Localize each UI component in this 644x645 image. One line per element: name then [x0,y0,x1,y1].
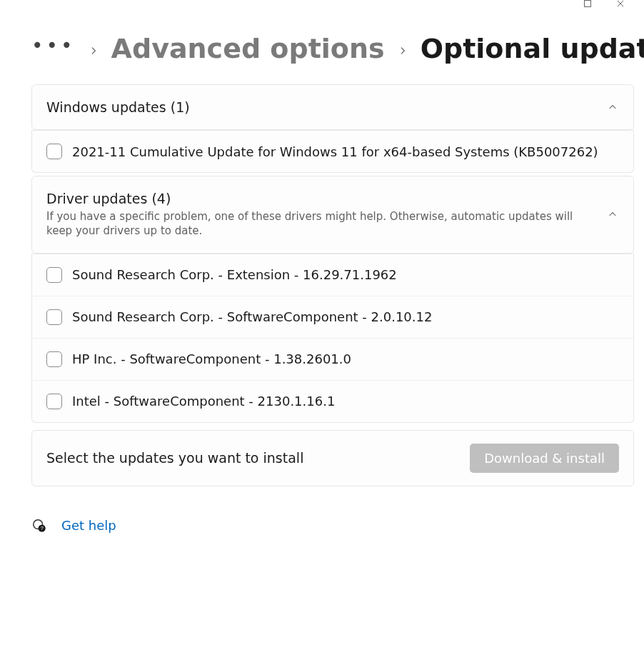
update-checkbox[interactable] [46,351,62,367]
driver-updates-title: Driver updates (4) [46,191,608,206]
page-title: Optional updates [421,33,644,64]
driver-updates-list: Sound Research Corp. - Extension - 16.29… [31,254,634,423]
close-button[interactable] [604,0,637,6]
update-checkbox[interactable] [46,267,62,283]
windows-updates-title: Windows updates (1) [46,99,608,115]
chevron-right-icon [89,39,99,59]
windows-updates-list: 2021-11 Cumulative Update for Windows 11… [31,130,634,173]
maximize-button[interactable] [571,0,604,6]
breadcrumb: ••• Advanced options Optional updates [31,33,634,64]
breadcrumb-overflow-button[interactable]: ••• [31,34,76,64]
update-item[interactable]: HP Inc. - SoftwareComponent - 1.38.2601.… [32,339,633,381]
svg-text:?: ? [41,525,44,531]
update-item[interactable]: 2021-11 Cumulative Update for Windows 11… [32,131,633,172]
window-controls [0,0,644,7]
update-checkbox[interactable] [46,309,62,325]
get-help-link[interactable]: Get help [61,518,116,533]
update-item[interactable]: Sound Research Corp. - Extension - 16.29… [32,254,633,296]
update-label: HP Inc. - SoftwareComponent - 1.38.2601.… [72,351,351,366]
breadcrumb-previous[interactable]: Advanced options [111,33,385,64]
help-icon: ? [31,518,47,534]
install-footer: Select the updates you want to install D… [31,430,634,486]
update-label: Sound Research Corp. - Extension - 16.29… [72,267,397,282]
update-label: Intel - SoftwareComponent - 2130.1.16.1 [72,394,335,409]
chevron-right-icon [398,39,408,59]
driver-updates-subtitle: If you have a specific problem, one of t… [46,209,575,239]
update-checkbox[interactable] [46,394,62,409]
get-help-row: ? Get help [31,518,634,534]
update-checkbox[interactable] [46,144,62,159]
driver-updates-header[interactable]: Driver updates (4) If you have a specifi… [31,176,634,254]
update-label: Sound Research Corp. - SoftwareComponent… [72,309,432,324]
update-label: 2021-11 Cumulative Update for Windows 11… [72,144,598,159]
windows-updates-header[interactable]: Windows updates (1) [31,84,634,130]
update-item[interactable]: Sound Research Corp. - SoftwareComponent… [32,296,633,339]
download-install-button[interactable]: Download & install [470,444,619,473]
chevron-up-icon [608,209,618,219]
install-prompt: Select the updates you want to install [46,450,303,466]
chevron-up-icon [608,102,618,112]
svg-rect-0 [585,1,591,7]
update-item[interactable]: Intel - SoftwareComponent - 2130.1.16.1 [32,381,633,422]
